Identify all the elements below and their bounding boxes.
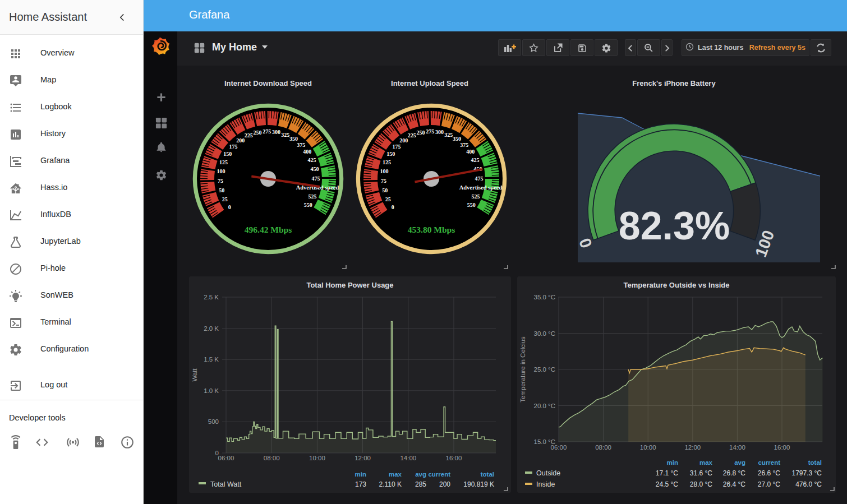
svg-text:max: max — [389, 471, 402, 478]
svg-text:275: 275 — [426, 128, 434, 135]
svg-text:50: 50 — [382, 187, 388, 193]
svg-text:173: 173 — [355, 480, 366, 488]
svg-text:325: 325 — [444, 132, 453, 138]
svg-text:avg: avg — [734, 459, 745, 466]
svg-text:150: 150 — [223, 151, 232, 157]
svg-text:31.6 °C: 31.6 °C — [690, 469, 712, 477]
svg-text:75: 75 — [218, 178, 223, 184]
svg-text:1.0 K: 1.0 K — [204, 387, 219, 394]
svg-text:275: 275 — [263, 128, 271, 135]
svg-text:125: 125 — [383, 159, 391, 165]
svg-text:525: 525 — [472, 193, 480, 200]
svg-text:475: 475 — [475, 175, 484, 182]
svg-text:496.42 Mbps: 496.42 Mbps — [245, 225, 292, 234]
svg-text:28.0 °C: 28.0 °C — [690, 480, 712, 488]
svg-text:avg: avg — [415, 471, 426, 478]
svg-text:250: 250 — [254, 130, 262, 136]
svg-text:Outside: Outside — [536, 469, 560, 477]
svg-text:325: 325 — [281, 132, 289, 138]
svg-text:225: 225 — [245, 132, 253, 138]
svg-text:150: 150 — [386, 151, 395, 157]
svg-text:2.5 K: 2.5 K — [204, 294, 219, 300]
svg-text:550: 550 — [467, 202, 476, 208]
svg-text:1797.3 °C: 1797.3 °C — [791, 469, 822, 477]
svg-text:500: 500 — [208, 418, 219, 425]
svg-text:total: total — [808, 459, 822, 466]
svg-text:476.0 °C: 476.0 °C — [795, 480, 822, 488]
svg-text:12:00: 12:00 — [684, 444, 701, 451]
svg-text:50: 50 — [219, 187, 224, 193]
svg-text:08:00: 08:00 — [264, 455, 280, 461]
svg-text:12:00: 12:00 — [355, 455, 371, 461]
svg-text:total: total — [481, 471, 494, 478]
svg-text:375: 375 — [460, 142, 468, 148]
svg-text:375: 375 — [297, 142, 305, 148]
svg-text:24.5 °C: 24.5 °C — [656, 480, 678, 488]
svg-text:17.1 °C: 17.1 °C — [656, 469, 678, 477]
svg-text:450: 450 — [311, 166, 319, 172]
svg-text:250: 250 — [417, 130, 425, 136]
svg-text:min: min — [667, 459, 678, 466]
svg-text:300: 300 — [435, 129, 444, 135]
svg-text:2.0 K: 2.0 K — [204, 325, 219, 332]
svg-text:25: 25 — [222, 196, 228, 202]
svg-text:1.5 K: 1.5 K — [204, 356, 219, 363]
svg-text:14:00: 14:00 — [729, 444, 745, 451]
svg-text:125: 125 — [219, 159, 228, 165]
svg-text:10:00: 10:00 — [640, 444, 656, 451]
svg-text:max: max — [699, 459, 713, 466]
svg-text:82.3%: 82.3% — [619, 204, 730, 248]
svg-text:16:00: 16:00 — [774, 444, 790, 451]
svg-text:225: 225 — [408, 132, 416, 138]
svg-text:min: min — [355, 471, 366, 478]
svg-text:525: 525 — [309, 193, 317, 200]
svg-text:27.0 °C: 27.0 °C — [758, 480, 780, 488]
svg-text:175: 175 — [229, 144, 238, 150]
svg-text:0: 0 — [392, 204, 394, 210]
svg-text:550: 550 — [304, 202, 312, 208]
svg-text:25: 25 — [385, 196, 391, 202]
svg-text:Total Watt: Total Watt — [210, 480, 242, 488]
svg-text:08:00: 08:00 — [595, 444, 611, 451]
svg-text:190.819 K: 190.819 K — [463, 480, 494, 488]
svg-text:453.80 Mbps: 453.80 Mbps — [408, 225, 455, 234]
svg-text:200: 200 — [439, 480, 450, 488]
svg-text:175: 175 — [393, 144, 401, 150]
svg-text:06:00: 06:00 — [218, 455, 234, 461]
svg-text:Advertised speed: Advertised speed — [459, 184, 503, 191]
svg-text:20.0 °C: 20.0 °C — [534, 403, 555, 409]
svg-text:400: 400 — [303, 149, 311, 155]
svg-text:26.4 °C: 26.4 °C — [723, 480, 745, 488]
svg-text:10:00: 10:00 — [309, 455, 325, 461]
svg-text:26.6 °C: 26.6 °C — [758, 469, 780, 477]
svg-text:25.0 °C: 25.0 °C — [534, 366, 555, 373]
svg-text:35.0 °C: 35.0 °C — [534, 294, 555, 300]
svg-text:75: 75 — [381, 178, 386, 184]
svg-text:30.0 °C: 30.0 °C — [534, 330, 555, 337]
svg-text:100: 100 — [217, 168, 225, 174]
svg-text:425: 425 — [471, 157, 479, 163]
svg-text:425: 425 — [307, 157, 316, 163]
svg-text:06:00: 06:00 — [551, 444, 567, 451]
svg-text:Watt: Watt — [191, 368, 198, 382]
svg-text:0: 0 — [228, 204, 231, 210]
svg-text:Inside: Inside — [536, 480, 555, 488]
svg-text:16:00: 16:00 — [446, 455, 462, 461]
svg-text:200: 200 — [399, 137, 408, 144]
svg-text:Temperature in Celcius: Temperature in Celcius — [519, 336, 526, 403]
svg-text:26.8 °C: 26.8 °C — [723, 469, 745, 477]
svg-text:475: 475 — [312, 175, 320, 182]
svg-text:100: 100 — [380, 168, 389, 174]
svg-text:200: 200 — [236, 137, 245, 144]
svg-text:300: 300 — [272, 129, 280, 135]
svg-text:285: 285 — [415, 480, 426, 488]
svg-text:14:00: 14:00 — [400, 455, 416, 461]
svg-text:2.110 K: 2.110 K — [379, 480, 402, 488]
svg-text:current: current — [428, 471, 450, 478]
svg-text:current: current — [758, 459, 780, 466]
svg-text:400: 400 — [466, 149, 475, 155]
